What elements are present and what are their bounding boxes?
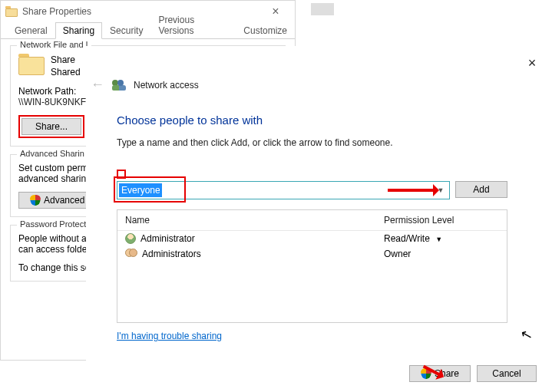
row-permission[interactable]: Read/Write ▼ <box>384 233 499 244</box>
highlight-box <box>114 176 186 203</box>
group-legend: Password Protecti <box>17 219 91 229</box>
titlebar[interactable]: Share Properties × <box>1 1 295 22</box>
link-text: I'm having trouble sharing <box>117 331 222 341</box>
add-button[interactable]: Add <box>455 181 507 198</box>
wizard-title: Network access <box>134 80 199 91</box>
annotation-arrow <box>388 189 438 192</box>
tab-customize[interactable]: Customize <box>236 22 295 39</box>
chevron-down-icon: ▼ <box>435 236 442 243</box>
folder-icon <box>5 6 18 17</box>
cancel-button[interactable]: Cancel <box>477 365 537 382</box>
tabstrip: General Sharing Security Previous Versio… <box>1 22 295 39</box>
tab-general[interactable]: General <box>7 22 55 39</box>
share-name: Share <box>51 54 81 66</box>
list-row[interactable]: Administrators Owner <box>117 246 507 262</box>
tab-sharing[interactable]: Sharing <box>55 22 102 39</box>
row-name: Administrator <box>140 233 384 244</box>
share-button[interactable]: Share... <box>21 118 81 135</box>
row-name: Administrators <box>142 249 384 259</box>
row-permission: Owner <box>384 249 499 259</box>
wizard-content: Choose people to share with Type a name … <box>117 114 507 341</box>
network-access-wizard: × ← Network access Choose people to shar… <box>86 46 550 391</box>
tab-security[interactable]: Security <box>102 22 150 39</box>
highlight-box: Share... <box>18 115 84 138</box>
group-legend: Advanced Sharin <box>17 149 88 158</box>
wizard-subtext: Type a name and then click Add, or click… <box>117 137 507 148</box>
wizard-heading: Choose people to share with <box>117 114 507 127</box>
column-permission[interactable]: Permission Level <box>384 215 499 226</box>
people-icon <box>112 80 126 91</box>
close-button[interactable]: × <box>261 5 290 18</box>
background-fragment <box>311 3 334 15</box>
column-name[interactable]: Name <box>125 215 384 226</box>
folder-icon <box>18 54 45 77</box>
user-list: Name Permission Level Administrator Read… <box>117 209 507 323</box>
trouble-sharing-link[interactable]: I'm having trouble sharing <box>117 331 507 341</box>
tab-previous-versions[interactable]: Previous Versions <box>150 12 236 39</box>
shield-icon <box>30 195 41 206</box>
users-icon <box>125 249 137 259</box>
advanced-button-label: Advanced <box>44 195 84 206</box>
advanced-sharing-button[interactable]: Advanced <box>18 192 96 209</box>
wizard-header: ← Network access <box>91 77 199 93</box>
back-arrow-icon[interactable]: ← <box>91 77 104 93</box>
perm-label: Read/Write <box>384 233 430 244</box>
share-status: Shared <box>51 66 81 78</box>
group-legend: Network File and I <box>17 40 91 49</box>
user-icon <box>125 233 136 244</box>
close-button[interactable]: × <box>518 52 546 74</box>
list-row[interactable]: Administrator Read/Write ▼ <box>117 231 507 246</box>
list-header: Name Permission Level <box>117 210 507 231</box>
